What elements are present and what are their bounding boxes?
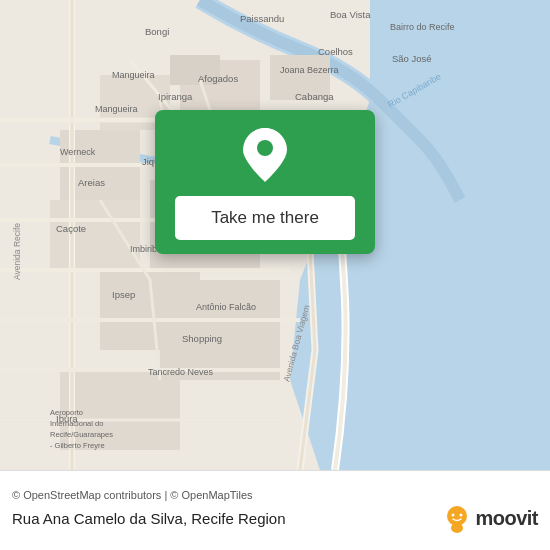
svg-point-54 <box>452 513 455 516</box>
svg-text:Afogados: Afogados <box>198 73 238 84</box>
take-me-there-button[interactable]: Take me there <box>175 196 355 240</box>
moovit-logo: moovit <box>443 505 538 533</box>
svg-text:Aeroporto: Aeroporto <box>50 408 83 417</box>
attribution-text: © OpenStreetMap contributors | © OpenMap… <box>12 489 538 501</box>
svg-text:Recife/Guararapes: Recife/Guararapes <box>50 430 113 439</box>
svg-text:Cabanga: Cabanga <box>295 91 334 102</box>
map-view: Boa Vista Bairro do Recife Paissandu Bon… <box>0 0 550 470</box>
svg-text:Mangueira: Mangueira <box>95 104 138 114</box>
location-pin-icon <box>243 128 287 182</box>
svg-text:Mangueira: Mangueira <box>112 70 155 80</box>
svg-rect-6 <box>50 200 140 270</box>
moovit-brand-icon <box>443 505 471 533</box>
location-card: Take me there <box>155 110 375 254</box>
location-title: Rua Ana Camelo da Silva, Recife Region <box>12 510 286 527</box>
svg-text:Ipiranga: Ipiranga <box>158 91 193 102</box>
svg-text:Bairro do Recife: Bairro do Recife <box>390 22 455 32</box>
svg-text:Joana Bezerra: Joana Bezerra <box>280 65 339 75</box>
svg-text:Ipsep: Ipsep <box>112 289 135 300</box>
svg-text:Paissandu: Paissandu <box>240 13 284 24</box>
svg-text:São José: São José <box>392 53 432 64</box>
svg-rect-10 <box>160 280 280 380</box>
svg-text:- Gilberto Freyre: - Gilberto Freyre <box>50 441 105 450</box>
svg-text:Tancredo Neves: Tancredo Neves <box>148 367 214 377</box>
svg-text:Internacional do: Internacional do <box>50 419 103 428</box>
svg-point-55 <box>460 513 463 516</box>
bottom-bar: © OpenStreetMap contributors | © OpenMap… <box>0 470 550 550</box>
svg-text:Werneck: Werneck <box>60 147 96 157</box>
svg-text:Antônio Falcão: Antônio Falcão <box>196 302 256 312</box>
svg-text:Caçote: Caçote <box>56 223 86 234</box>
svg-point-53 <box>451 523 463 533</box>
svg-text:Coelhos: Coelhos <box>318 46 353 57</box>
moovit-logo-text: moovit <box>475 507 538 530</box>
svg-text:Avenida Recife: Avenida Recife <box>12 223 22 280</box>
svg-text:Boa Vista: Boa Vista <box>330 9 371 20</box>
svg-text:Areias: Areias <box>78 177 105 188</box>
svg-text:Bongi: Bongi <box>145 26 169 37</box>
svg-text:Shopping: Shopping <box>182 333 222 344</box>
svg-point-51 <box>257 140 273 156</box>
